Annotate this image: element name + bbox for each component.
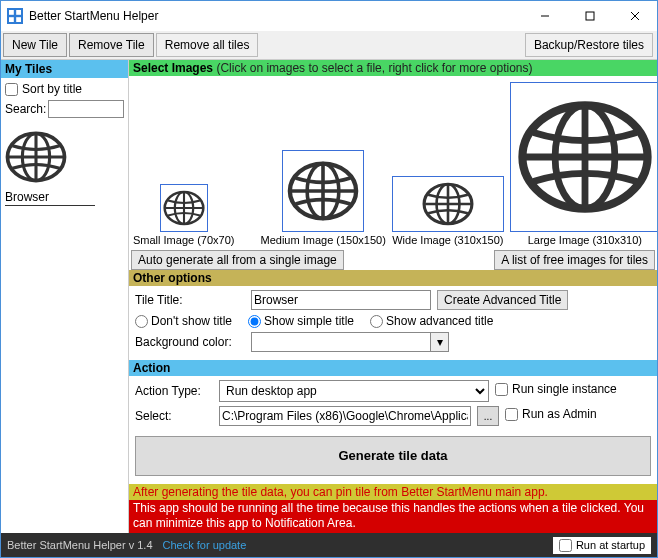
generate-tile-data-button[interactable]: Generate tile data (135, 436, 651, 476)
new-tile-button[interactable]: New Tile (3, 33, 67, 57)
medium-image-slot[interactable] (282, 150, 364, 232)
titlebar: Better StartMenu Helper (1, 1, 657, 31)
search-label: Search: (5, 102, 46, 116)
select-label: Select: (135, 409, 213, 423)
sidebar-header: My Tiles (1, 60, 128, 78)
app-icon (7, 8, 23, 24)
check-for-update-link[interactable]: Check for update (163, 539, 247, 551)
svg-rect-7 (16, 17, 21, 22)
tile-item[interactable]: Browser (5, 126, 124, 206)
globe-icon (412, 178, 484, 230)
search-input[interactable] (48, 100, 124, 118)
version-label: Better StartMenu Helper v 1.4 (7, 539, 153, 551)
statusbar: Better StartMenu Helper v 1.4 Check for … (1, 533, 657, 557)
chevron-down-icon: ▾ (430, 333, 448, 351)
minimize-button[interactable] (522, 1, 567, 31)
globe-icon (163, 187, 205, 229)
toolbar: New Tile Remove Tile Remove all tiles Ba… (1, 31, 657, 60)
action-type-label: Action Type: (135, 384, 213, 398)
tile-title-input[interactable] (251, 290, 431, 310)
select-images-header: Select Images (Click on images to select… (129, 60, 657, 76)
action-header: Action (129, 360, 657, 376)
background-color-label: Background color: (135, 335, 245, 349)
remove-all-tiles-button[interactable]: Remove all tiles (156, 33, 259, 57)
svg-rect-4 (9, 10, 14, 15)
wide-image-slot[interactable] (392, 176, 504, 232)
browse-button[interactable]: ... (477, 406, 499, 426)
backup-restore-button[interactable]: Backup/Restore tiles (525, 33, 653, 57)
show-advanced-title-radio[interactable]: Show advanced title (370, 314, 493, 328)
globe-icon (287, 155, 359, 227)
run-single-instance-checkbox[interactable]: Run single instance (495, 382, 617, 396)
tile-title-label: Tile Title: (135, 293, 245, 307)
dont-show-title-radio[interactable]: Don't show title (135, 314, 232, 328)
free-images-button[interactable]: A list of free images for tiles (494, 250, 655, 270)
note-running-warning: This app should be running all the time … (129, 500, 657, 533)
small-image-slot[interactable] (160, 184, 208, 232)
large-image-slot[interactable] (510, 82, 657, 232)
note-pin-info: After generating the tile data, you can … (129, 484, 657, 500)
action-type-select[interactable]: Run desktop app (219, 380, 489, 402)
run-as-admin-checkbox[interactable]: Run as Admin (505, 407, 597, 421)
sort-by-title-checkbox[interactable]: Sort by title (5, 82, 124, 96)
show-simple-title-radio[interactable]: Show simple title (248, 314, 354, 328)
globe-icon (5, 126, 67, 188)
app-window: Better StartMenu Helper New Tile Remove … (0, 0, 658, 558)
auto-generate-button[interactable]: Auto generate all from a single image (131, 250, 344, 270)
close-button[interactable] (612, 1, 657, 31)
select-path-input[interactable] (219, 406, 471, 426)
globe-icon (517, 89, 653, 225)
create-advanced-title-button[interactable]: Create Advanced Title (437, 290, 568, 310)
remove-tile-button[interactable]: Remove Tile (69, 33, 154, 57)
main-panel: Select Images (Click on images to select… (129, 60, 657, 533)
other-options-header: Other options (129, 270, 657, 286)
run-at-startup-checkbox[interactable]: Run at startup (553, 537, 651, 554)
background-color-dropdown[interactable]: ▾ (251, 332, 449, 352)
sidebar: My Tiles Sort by title Search: Browser (1, 60, 129, 533)
maximize-button[interactable] (567, 1, 612, 31)
svg-rect-5 (16, 10, 21, 15)
tile-item-name: Browser (5, 190, 95, 206)
window-title: Better StartMenu Helper (29, 9, 522, 23)
svg-rect-6 (9, 17, 14, 22)
svg-rect-9 (586, 12, 594, 20)
